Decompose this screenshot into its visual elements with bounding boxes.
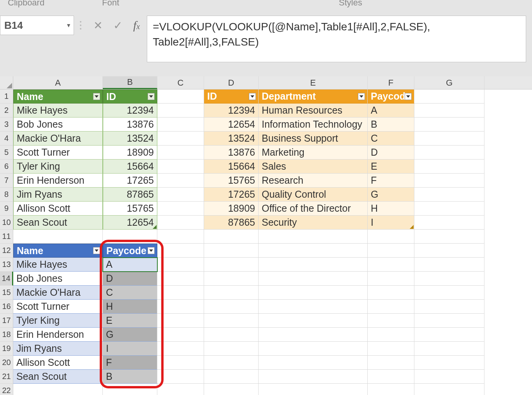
row-header-6[interactable]: 6 xyxy=(0,160,13,174)
row-header-3[interactable]: 3 xyxy=(0,118,13,132)
cell-F21[interactable] xyxy=(368,370,414,384)
cell-F4[interactable]: C xyxy=(368,132,414,146)
spreadsheet-grid[interactable]: 1NameIDIDDepartmentPaycod2Mike Hayes1239… xyxy=(0,90,532,395)
cell-B14[interactable]: D xyxy=(103,272,157,286)
cell-E21[interactable] xyxy=(259,370,368,384)
select-all-corner[interactable] xyxy=(0,76,13,89)
cell-F14[interactable] xyxy=(368,272,414,286)
cell-B12[interactable]: Paycode xyxy=(103,244,157,258)
cell-B21[interactable]: B xyxy=(103,370,157,384)
cell-A19[interactable]: Jim Ryans xyxy=(13,342,103,356)
cell-F9[interactable]: H xyxy=(368,202,414,216)
cell-A21[interactable]: Sean Scout xyxy=(13,370,103,384)
cell-C16[interactable] xyxy=(157,300,204,314)
row-header-14[interactable]: 14 xyxy=(0,272,13,286)
cell-A20[interactable]: Allison Scott xyxy=(13,356,103,370)
cell-B2[interactable]: 12394 xyxy=(103,104,157,118)
col-header-E[interactable]: E xyxy=(259,76,368,89)
cell-A22[interactable] xyxy=(13,384,103,395)
cell-G18[interactable] xyxy=(414,328,484,342)
cell-F8[interactable]: G xyxy=(368,188,414,202)
cell-F10[interactable]: I xyxy=(368,216,414,230)
cell-C19[interactable] xyxy=(157,342,204,356)
cell-D18[interactable] xyxy=(204,328,259,342)
filter-button[interactable] xyxy=(93,247,100,254)
cell-B1[interactable]: ID xyxy=(103,90,157,104)
col-header-G[interactable]: G xyxy=(414,76,484,89)
cell-G17[interactable] xyxy=(414,314,484,328)
row-header-18[interactable]: 18 xyxy=(0,328,13,342)
cell-C12[interactable] xyxy=(157,244,204,258)
cell-D10[interactable]: 87865 xyxy=(204,216,259,230)
cell-E9[interactable]: Office of the Director xyxy=(259,202,368,216)
name-box[interactable]: B14 ▼ xyxy=(0,16,74,35)
cell-D7[interactable]: 15765 xyxy=(204,174,259,188)
cell-E19[interactable] xyxy=(259,342,368,356)
cell-B13[interactable]: A xyxy=(103,258,157,272)
cell-A3[interactable]: Bob Jones xyxy=(13,118,103,132)
cell-A10[interactable]: Sean Scout xyxy=(13,216,103,230)
row-header-9[interactable]: 9 xyxy=(0,202,13,216)
cell-D13[interactable] xyxy=(204,258,259,272)
cell-E11[interactable] xyxy=(259,230,368,244)
row-header-21[interactable]: 21 xyxy=(0,370,13,384)
cell-B22[interactable] xyxy=(103,384,157,395)
cell-C5[interactable] xyxy=(157,146,204,160)
row-header-7[interactable]: 7 xyxy=(0,174,13,188)
cell-E15[interactable] xyxy=(259,286,368,300)
cell-E22[interactable] xyxy=(259,384,368,395)
row-header-11[interactable]: 11 xyxy=(0,230,13,244)
filter-button[interactable] xyxy=(148,247,155,254)
cell-D6[interactable]: 15664 xyxy=(204,160,259,174)
cancel-icon[interactable]: ✕ xyxy=(93,19,102,32)
cell-C7[interactable] xyxy=(157,174,204,188)
cell-B8[interactable]: 87865 xyxy=(103,188,157,202)
filter-button[interactable] xyxy=(93,93,100,100)
cell-F13[interactable] xyxy=(368,258,414,272)
cell-G19[interactable] xyxy=(414,342,484,356)
cell-B19[interactable]: I xyxy=(103,342,157,356)
cell-B5[interactable]: 18909 xyxy=(103,146,157,160)
cell-A1[interactable]: Name xyxy=(13,90,103,104)
cell-D15[interactable] xyxy=(204,286,259,300)
filter-button[interactable] xyxy=(358,93,365,100)
cell-F7[interactable]: F xyxy=(368,174,414,188)
row-header-17[interactable]: 17 xyxy=(0,314,13,328)
cell-C9[interactable] xyxy=(157,202,204,216)
cell-F16[interactable] xyxy=(368,300,414,314)
cell-G3[interactable] xyxy=(414,118,484,132)
row-header-19[interactable]: 19 xyxy=(0,342,13,356)
col-header-C[interactable]: C xyxy=(157,76,204,89)
cell-D2[interactable]: 12394 xyxy=(204,104,259,118)
cell-D3[interactable]: 12654 xyxy=(204,118,259,132)
col-header-F[interactable]: F xyxy=(368,76,414,89)
cell-G11[interactable] xyxy=(414,230,484,244)
row-header-10[interactable]: 10 xyxy=(0,216,13,230)
row-header-12[interactable]: 12 xyxy=(0,244,13,258)
cell-G22[interactable] xyxy=(414,384,484,395)
cell-E7[interactable]: Research xyxy=(259,174,368,188)
cell-A11[interactable] xyxy=(13,230,103,244)
cell-G21[interactable] xyxy=(414,370,484,384)
cell-A14[interactable]: Bob Jones xyxy=(13,272,103,286)
col-header-A[interactable]: A xyxy=(13,76,103,89)
cell-C3[interactable] xyxy=(157,118,204,132)
cell-F19[interactable] xyxy=(368,342,414,356)
cell-A7[interactable]: Erin Henderson xyxy=(13,174,103,188)
cell-C14[interactable] xyxy=(157,272,204,286)
cell-B3[interactable]: 13876 xyxy=(103,118,157,132)
row-header-15[interactable]: 15 xyxy=(0,286,13,300)
cell-C11[interactable] xyxy=(157,230,204,244)
cell-C10[interactable] xyxy=(157,216,204,230)
cell-D20[interactable] xyxy=(204,356,259,370)
cell-F12[interactable] xyxy=(368,244,414,258)
col-header-B[interactable]: B xyxy=(103,76,157,89)
row-header-2[interactable]: 2 xyxy=(0,104,13,118)
drag-handle-icon[interactable] xyxy=(79,21,83,30)
cell-G7[interactable] xyxy=(414,174,484,188)
cell-D16[interactable] xyxy=(204,300,259,314)
filter-button[interactable] xyxy=(405,93,412,100)
filter-button[interactable] xyxy=(249,93,256,100)
cell-C21[interactable] xyxy=(157,370,204,384)
cell-C6[interactable] xyxy=(157,160,204,174)
